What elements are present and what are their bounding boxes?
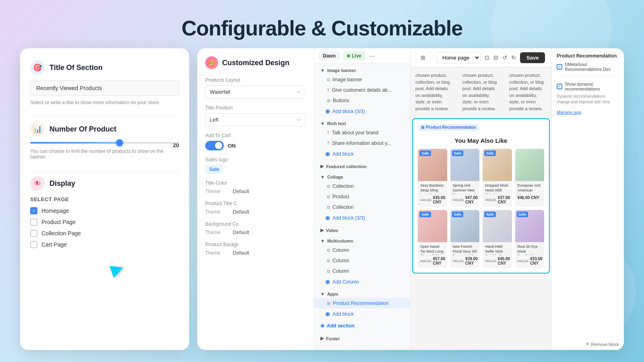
price-row-2: ¥65.00 ¥47.00 CNY <box>453 195 477 204</box>
product-image-6: Sale <box>450 210 480 242</box>
tree-rich-text[interactable]: ▼ Rich text <box>314 117 410 128</box>
tree-featured-collection[interactable]: ▶ Featured collection <box>314 160 410 171</box>
tree-product-rec[interactable]: ⊞ Product Recommendation <box>314 298 410 309</box>
plus-icon-col: ⊕ <box>325 279 330 285</box>
current-price-7: ¥45.00 CNY <box>498 257 510 265</box>
tree-item-label: Talk about your brand <box>332 130 378 136</box>
checkbox-product-page-box[interactable] <box>30 218 37 226</box>
current-price-8: ¥33.00 CNY <box>530 257 543 265</box>
checkbox-cart-page-box[interactable] <box>30 241 37 248</box>
original-price-8: ¥45.00 <box>518 259 529 263</box>
add-block-btn-1[interactable]: ⊕ Add block (3/3) <box>314 106 410 117</box>
rs-dynamic-label: Show dynamic recommendations <box>565 82 619 91</box>
title-section-icon: 🎯 <box>30 60 45 75</box>
products-preview-section: ⊞ Product Recommendation You May Also Li… <box>412 118 550 274</box>
slider-track[interactable] <box>30 142 179 144</box>
rs-checkbox[interactable]: ✓ <box>557 64 562 70</box>
config-icon: 🎨 <box>205 56 218 69</box>
tree-multicolumn[interactable]: ▼ Multicolumn <box>314 234 410 245</box>
product-image-8: Sale <box>515 210 545 242</box>
theme-name-btn[interactable]: Dawn <box>319 51 340 60</box>
plus-icon-1: ⊕ <box>325 108 330 115</box>
expand-icon-apps: ▼ <box>320 292 325 296</box>
slider-thumb[interactable] <box>116 139 123 146</box>
sales-logo-tag: Sale <box>205 165 223 174</box>
preview-topbar: ⊞ Home page ⊡ ⊟ ↺ ↻ Save <box>411 48 551 67</box>
product-rec-badge-icon: ⊞ <box>421 125 424 130</box>
devices-icon[interactable]: ⊞ <box>417 51 429 64</box>
tree-image-banner-item3[interactable]: ⊞ Buttons <box>314 95 410 106</box>
checkbox-collection-page-label: Collection Page <box>41 230 81 237</box>
current-price-5: ¥57.00 CNY <box>433 257 446 265</box>
tree-apps[interactable]: ▼ Apps <box>314 288 410 298</box>
product-title-prefix: Theme <box>205 209 229 215</box>
remove-block-btn[interactable]: ✕ Remove block <box>586 341 619 347</box>
preview-text-col-3: chosen product, collection, or blog post… <box>504 67 551 117</box>
live-badge: Live <box>343 51 365 60</box>
tree-collage[interactable]: ▼ Collage <box>314 171 410 181</box>
tree-multicolumn-item2[interactable]: ⧉ Column <box>314 255 410 266</box>
rs-dynamic-checkbox[interactable]: ✓ <box>557 84 562 89</box>
display-section-header: 👁 Display <box>30 176 179 191</box>
external-link-icon[interactable]: ⊡ <box>485 51 489 64</box>
save-button[interactable]: Save <box>520 52 545 63</box>
tree-image-banner[interactable]: ▼ Image banner <box>314 64 410 74</box>
tree-rich-text-item1[interactable]: T Talk about your brand <box>314 128 410 138</box>
undo-icon[interactable]: ↺ <box>502 51 507 64</box>
bg-color-row: Background Co Theme Default <box>205 221 305 235</box>
tree-multicolumn-item3[interactable]: ⧉ Column <box>314 266 410 276</box>
tree-footer[interactable]: ▶ Footer <box>314 332 410 343</box>
more-options-btn[interactable]: ··· <box>369 52 375 60</box>
tree-image-banner-item2[interactable]: T Give customers details ab... <box>314 85 410 95</box>
tree-video[interactable]: ▶ Video <box>314 224 410 234</box>
redo-icon[interactable]: ↻ <box>511 51 516 64</box>
page-url-select[interactable]: Home page <box>436 52 481 64</box>
add-block-btn-3[interactable]: ⊕ Add block (3/3) <box>314 212 410 224</box>
tree-multicolumn-item1[interactable]: ⧉ Column <box>314 245 410 255</box>
product-card-4: European And American Women's Clothing, … <box>515 149 545 207</box>
tree-collage-item3[interactable]: ⧉ Collection <box>314 202 410 212</box>
title-position-select[interactable]: Left Center Right <box>205 113 305 126</box>
add-block-btn-apps[interactable]: ⊕ Add block <box>314 309 410 320</box>
title-color-prefix: Theme <box>205 189 229 194</box>
add-block-btn-2[interactable]: ⊕ Add block <box>314 148 410 160</box>
config-title-text: Customized Design <box>222 59 289 67</box>
price-row-6: ¥55.00 ¥39.00 CNY <box>453 257 477 265</box>
checkbox-cart-page[interactable]: Cart Page <box>30 241 179 248</box>
add-to-cart-toggle[interactable] <box>205 141 224 150</box>
title-input[interactable] <box>30 80 179 96</box>
checkbox-collection-page-box[interactable] <box>30 230 37 237</box>
rs-manage-link[interactable]: Manage app <box>557 110 581 115</box>
apps-label: Apps <box>327 292 339 296</box>
tree-collage-item1[interactable]: ⧉ Collection <box>314 181 410 191</box>
current-price-3: ¥37.00 CNY <box>498 195 510 204</box>
add-section-icon: ⊕ <box>320 323 324 329</box>
product-bg-prefix: Theme <box>205 250 229 256</box>
checkbox-homepage-box[interactable]: ✓ <box>30 207 37 214</box>
tree-image-banner-item1[interactable]: ⧉ Image banner <box>314 74 410 85</box>
live-label: Live <box>352 53 361 59</box>
checkbox-product-page[interactable]: Product Page <box>30 218 179 226</box>
add-to-cart-label: Add To Cart <box>205 133 305 138</box>
add-section-btn[interactable]: ⊕ Add section <box>314 320 410 332</box>
tree-rich-text-item2[interactable]: T Share information about y... <box>314 138 410 148</box>
checkbox-collection-page[interactable]: Collection Page <box>30 230 179 237</box>
display-section: 👁 Display SELECT PAGE ✓ Homepage Product… <box>30 176 179 248</box>
product-info-1: Sexy Backless Strap Sling Long Sweater S… <box>418 181 447 207</box>
product-card-7: Sale Hand-Held Selfie Stick Suitable For… <box>483 210 512 268</box>
tree-item-label: Product <box>332 194 349 200</box>
expand-icon-collage: ▼ <box>320 175 325 179</box>
tree-collage-item2[interactable]: ⧉ Product <box>314 191 410 202</box>
title-color-value: Default <box>233 188 305 194</box>
expand-icon-multicolumn: ▼ <box>320 239 325 243</box>
copy-icon[interactable]: ⊟ <box>493 51 498 64</box>
original-price-6: ¥55.00 <box>453 259 464 263</box>
price-row-5: ¥68.00 ¥57.00 CNY <box>420 257 445 265</box>
products-layout-select[interactable]: Waterfall Grid List Carousel <box>205 85 305 99</box>
add-column-btn[interactable]: ⊕ Add Column <box>314 276 410 288</box>
product-rec-badge-text: Product Recommendation <box>426 125 476 130</box>
product-bg-value: Default <box>233 250 305 256</box>
checkbox-homepage[interactable]: ✓ Homepage <box>30 207 179 214</box>
original-price-7: ¥58.00 <box>485 259 496 263</box>
product-info-3: Dropped Wool Vests With Side Waist Zippe… <box>483 181 512 207</box>
